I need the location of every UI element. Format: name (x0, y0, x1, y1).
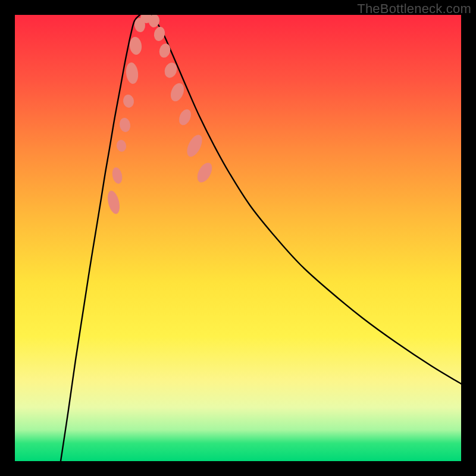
marker-10 (153, 26, 167, 42)
plot-area (15, 15, 461, 461)
marker-5 (125, 62, 139, 84)
watermark-text: TheBottleneck.com (357, 1, 471, 17)
marker-11 (158, 42, 172, 59)
curve-right-branch (152, 15, 461, 384)
marker-16 (195, 160, 215, 184)
marker-0 (105, 189, 121, 215)
marker-1 (111, 167, 123, 185)
marker-15 (184, 133, 205, 159)
marker-4 (123, 94, 135, 108)
curve-left-branch (61, 15, 140, 461)
marker-14 (177, 108, 193, 127)
marker-2 (115, 139, 127, 152)
bottleneck-curve-chart (15, 15, 461, 461)
marker-6 (129, 36, 142, 55)
outer-frame: TheBottleneck.com (0, 0, 476, 476)
marker-3 (118, 117, 131, 133)
marker-13 (168, 81, 187, 103)
